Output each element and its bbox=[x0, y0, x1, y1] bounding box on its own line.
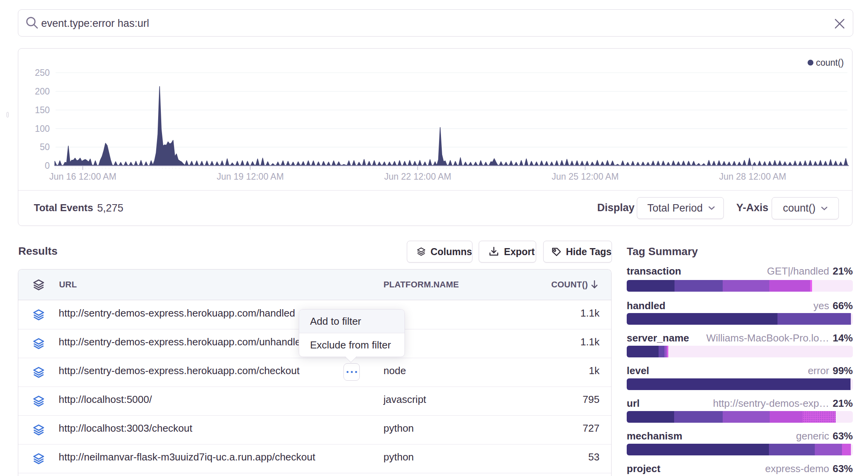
svg-text:100: 100 bbox=[35, 124, 50, 134]
svg-text:Jun 22 12:00 AM: Jun 22 12:00 AM bbox=[384, 172, 451, 182]
svg-text:Jun 19 12:00 AM: Jun 19 12:00 AM bbox=[217, 172, 284, 182]
svg-text:250: 250 bbox=[35, 68, 50, 78]
svg-text:count(): count() bbox=[816, 58, 844, 68]
svg-text:50: 50 bbox=[40, 142, 50, 152]
svg-text:150: 150 bbox=[35, 105, 50, 115]
svg-text:Jun 28 12:00 AM: Jun 28 12:00 AM bbox=[719, 172, 786, 182]
svg-text:Jun 25 12:00 AM: Jun 25 12:00 AM bbox=[552, 172, 619, 182]
svg-text:Jun 16 12:00 AM: Jun 16 12:00 AM bbox=[49, 172, 117, 182]
svg-text:0: 0 bbox=[45, 161, 50, 171]
svg-text:200: 200 bbox=[35, 86, 50, 96]
